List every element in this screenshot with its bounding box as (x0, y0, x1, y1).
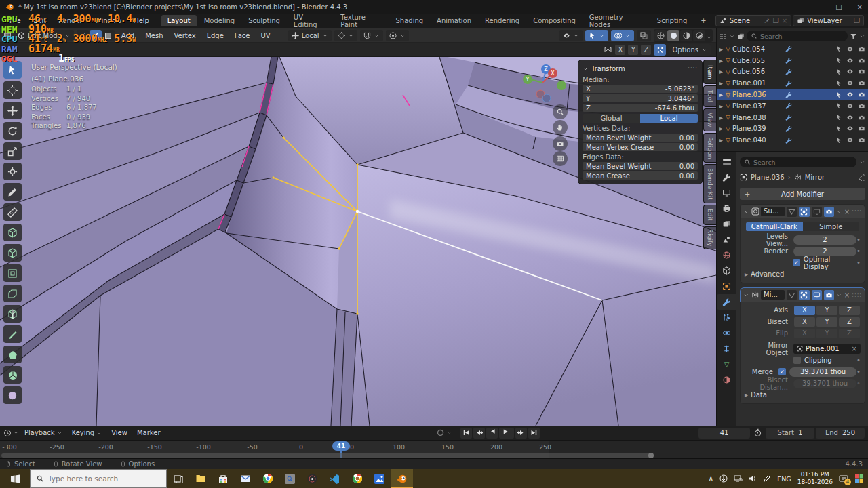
start-button[interactable] (0, 469, 30, 488)
menu-uv[interactable]: UV (256, 30, 274, 41)
tab-object-data[interactable]: ▽ (717, 357, 736, 372)
camera-view-button[interactable] (553, 136, 568, 151)
tab-tool[interactable] (717, 169, 736, 185)
tab-world[interactable] (717, 247, 736, 263)
n-tab-tool[interactable]: Tool (703, 85, 716, 107)
tab-modifiers[interactable] (717, 294, 736, 310)
transform-orientation-dropdown[interactable]: Local (288, 30, 332, 41)
shading-wireframe-button[interactable] (654, 30, 667, 41)
selectable-icon[interactable] (835, 114, 842, 121)
workspace-tab-geometry-nodes[interactable]: Geometry Nodes (583, 12, 650, 30)
shading-rendered-button[interactable] (693, 30, 705, 41)
toggle-realtime[interactable] (812, 290, 822, 300)
workspace-add-button[interactable]: + (694, 15, 712, 26)
shading-material-button[interactable] (680, 30, 692, 41)
n-tab-view[interactable]: View (703, 108, 716, 131)
expand-icon[interactable]: ▸ (719, 136, 723, 144)
tool-spin[interactable] (3, 366, 22, 384)
visibility-dropdown[interactable] (559, 30, 583, 41)
toggle-edit-mode[interactable] (799, 290, 809, 300)
pivot-point-dropdown[interactable] (334, 30, 357, 41)
filter-icon[interactable] (850, 33, 857, 40)
scene-selector[interactable]: Scene 📌︎ ❐ × (715, 15, 791, 26)
mean-crease-field[interactable]: Mean Crease0.00 (583, 171, 698, 180)
hide-viewport-icon[interactable] (846, 114, 854, 121)
tool-poly-build[interactable] (3, 346, 22, 363)
outliner-row-plane001[interactable]: ▸▽Plane.001 (717, 77, 868, 89)
outliner-row-cube056[interactable]: ▸▽Cube.056 (717, 66, 868, 78)
subdiv-simple-button[interactable]: Simple (803, 222, 860, 231)
tab-particles[interactable] (717, 310, 736, 325)
workspace-tab-texture-paint[interactable]: Texture Paint (334, 12, 388, 30)
end-frame-field[interactable]: End250 (816, 428, 865, 439)
outliner-row-plane037[interactable]: ▸▽Plane.037 (717, 100, 868, 112)
axis-x-button[interactable]: X (794, 306, 815, 315)
hide-viewport-icon[interactable] (846, 91, 854, 98)
outliner-search-field[interactable] (747, 30, 848, 41)
expand-icon[interactable]: ▸ (719, 79, 723, 87)
axis-y-button[interactable]: Y (816, 306, 837, 315)
tool-transform[interactable] (3, 163, 22, 180)
median-y-field[interactable]: Y3.0446" (583, 94, 698, 102)
display-mode-icon[interactable] (737, 33, 745, 40)
prev-keyframe-button[interactable] (473, 428, 485, 439)
outliner-editor-type-icon[interactable] (719, 33, 727, 40)
task-view-button[interactable] (167, 469, 189, 488)
tool-cursor[interactable] (3, 81, 22, 99)
n-tab-blenderkit[interactable]: BlenderKit (703, 164, 716, 203)
viewlayer-selector[interactable]: ViewLayer ❐ (793, 15, 864, 26)
workspace-tab-animation[interactable]: Animation (431, 15, 477, 26)
tab-object[interactable] (717, 279, 736, 294)
menu-edge[interactable]: Edge (203, 30, 228, 41)
hide-render-icon[interactable] (858, 68, 865, 75)
flip-z-button[interactable]: Z (839, 329, 860, 338)
selectable-icon[interactable] (835, 137, 842, 144)
menu-playback[interactable]: Playback (20, 428, 66, 438)
vscode-icon[interactable] (323, 469, 346, 488)
collapse-icon[interactable] (743, 292, 749, 298)
panel-grip[interactable]: :::: (688, 66, 698, 72)
mail-icon[interactable] (234, 469, 256, 488)
merge-checkbox[interactable]: ✓ (778, 368, 786, 375)
clear-object-icon[interactable]: × (852, 345, 857, 352)
volume-icon[interactable] (749, 474, 757, 483)
median-x-field[interactable]: X-5.0623" (583, 85, 698, 93)
tab-render[interactable] (717, 185, 736, 201)
workspace-tab-scripting[interactable]: Scripting (651, 15, 693, 26)
hidden-icons-chevron[interactable]: ∧ (708, 474, 713, 483)
flip-y-button[interactable]: Y (816, 329, 837, 338)
remove-modifier-button[interactable]: × (844, 208, 850, 216)
space-global-tab[interactable]: Global (583, 114, 640, 123)
expand-icon[interactable]: ▸ (719, 57, 723, 64)
copy-scene-icon[interactable]: ❐ (773, 17, 779, 24)
n-tab-edit[interactable]: Edit (703, 205, 716, 225)
mirror-modifier-header[interactable]: Mi... × :::: (741, 288, 865, 302)
current-frame-field[interactable]: 41 (698, 428, 750, 439)
tool-loop-cut[interactable] (3, 305, 22, 323)
properties-search-input[interactable] (753, 159, 801, 166)
gizmo-y-neg-axis[interactable] (557, 81, 566, 90)
snap-target-icon[interactable] (654, 44, 666, 56)
merge-threshold-field[interactable]: 39.3701 thou (789, 367, 856, 377)
playhead-frame-badge[interactable]: 41 (332, 441, 350, 451)
selectable-icon[interactable] (835, 102, 842, 109)
keying-set-icon[interactable] (436, 428, 445, 437)
menu-marker[interactable]: Marker (133, 428, 165, 438)
workspace-tab-sculpting[interactable]: Sculpting (242, 15, 286, 26)
hide-render-icon[interactable] (858, 136, 865, 144)
tool-annotate[interactable] (3, 183, 22, 201)
hide-viewport-icon[interactable] (846, 68, 854, 75)
maximize-button[interactable]: □ (835, 3, 842, 11)
tool-move[interactable] (3, 102, 22, 119)
mirror-object-field[interactable]: Plane.001 × (793, 344, 861, 354)
hide-viewport-icon[interactable] (846, 79, 854, 87)
tool-inset-faces[interactable] (3, 264, 22, 282)
chevron-down-icon[interactable] (859, 159, 865, 165)
mirror-y-button[interactable]: Y (628, 45, 638, 55)
timeline-ruler[interactable]: -300 -250 -200 -150 -100 -50 0 50 100 15… (0, 441, 868, 458)
panel-grip[interactable]: :::: (852, 209, 862, 215)
weather-widget-icon[interactable] (854, 474, 864, 483)
play-button[interactable] (499, 428, 514, 439)
optimal-display-checkbox[interactable]: ✓ (793, 259, 800, 266)
menu-view[interactable]: View (107, 428, 132, 438)
